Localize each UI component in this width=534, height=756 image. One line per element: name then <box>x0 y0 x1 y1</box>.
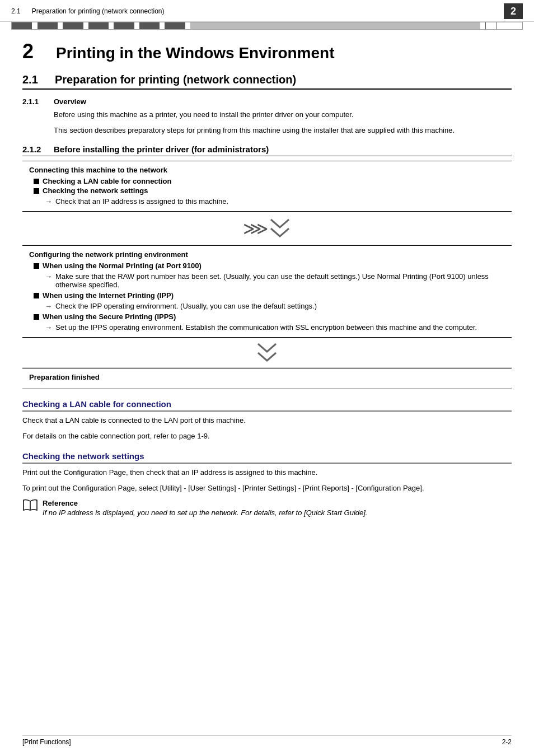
arrow-sym-1: → <box>45 197 52 206</box>
section-2-1-2-title: Before installing the printer driver (fo… <box>54 144 269 154</box>
bullet-ipps: When using the Secure Printing (IPPS) <box>34 312 505 321</box>
chapter-title: Printing in the Windows Environment <box>56 44 335 62</box>
box-finished-inner: Preparation finished <box>22 368 512 389</box>
chapter-badge: 2 <box>504 3 523 19</box>
box-finished: Preparation finished <box>22 368 512 389</box>
footer-right: 2-2 <box>502 738 512 746</box>
bullet-normal-print-text: When using the Normal Printing (at Port … <box>43 262 202 270</box>
box-finished-title: Preparation finished <box>29 373 505 381</box>
arrow-ipps: → Set up the IPPS operating environment.… <box>45 323 505 332</box>
box-configuring-list-2: When using the Internet Printing (IPP) <box>34 291 505 300</box>
header-section-num: 2.1 <box>11 7 21 15</box>
arrow-sym-4: → <box>45 323 52 332</box>
box-connecting-inner: Connecting this machine to the network C… <box>22 161 512 211</box>
box-configuring-inner: Configuring the network printing environ… <box>22 246 512 337</box>
subsection-2-1-1-num: 2.1.1 <box>22 97 46 106</box>
subsection-2-1-1-heading: 2.1.1 Overview <box>22 97 512 106</box>
section-2-1-heading: 2.1 Preparation for printing (network co… <box>22 73 512 90</box>
page-footer: [Print Functions] 2-2 <box>22 735 512 746</box>
reference-icon <box>22 499 38 513</box>
network-settings-heading: Checking the network settings <box>22 451 512 464</box>
main-content: 2 Printing in the Windows Environment 2.… <box>0 30 534 534</box>
down-arrow-2 <box>22 338 512 368</box>
reference-text: If no IP address is displayed, you need … <box>43 508 367 517</box>
stripe-bar <box>11 22 523 30</box>
footer-left: [Print Functions] <box>22 738 71 746</box>
down-arrow-1: ⋙ <box>22 212 512 245</box>
section-2-1-num: 2.1 <box>22 73 46 86</box>
overview-para2: This section describes preparatory steps… <box>54 125 512 136</box>
bullet-normal-print: When using the Normal Printing (at Port … <box>34 262 505 270</box>
section-2-1-title: Preparation for printing (network connec… <box>55 73 296 86</box>
bullet-lan-cable-text: Checking a LAN cable for connection <box>43 177 171 185</box>
header-section-title: Preparation for printing (network connec… <box>32 7 165 15</box>
chapter-heading: 2 Printing in the Windows Environment <box>22 40 512 63</box>
reference-content: Reference If no IP address is displayed,… <box>43 499 367 517</box>
reference-label: Reference <box>43 499 367 507</box>
reference-box: Reference If no IP address is displayed,… <box>22 499 512 517</box>
box-connecting: Connecting this machine to the network C… <box>22 161 512 212</box>
bullet-ipp: When using the Internet Printing (IPP) <box>34 291 505 300</box>
lan-cable-para2: For details on the cable connection port… <box>22 431 512 442</box>
bullet-lan-cable: Checking a LAN cable for connection <box>34 177 505 185</box>
section-2-1-2-heading: 2.1.2 Before installing the printer driv… <box>22 144 512 156</box>
bullet-network-settings: Checking the network settings <box>34 186 505 195</box>
arrow-ip-address: → Check that an IP address is assigned t… <box>45 197 505 206</box>
subsection-2-1-1-title: Overview <box>54 97 86 106</box>
arrow-sym-2: → <box>45 272 52 281</box>
chevron-double-down-icon-2 <box>256 343 278 363</box>
bullet-ipp-text: When using the Internet Printing (IPP) <box>43 291 174 300</box>
bullet-ipps-text: When using the Secure Printing (IPPS) <box>43 312 176 321</box>
page-header: 2.1 Preparation for printing (network co… <box>0 0 534 22</box>
page: 2.1 Preparation for printing (network co… <box>0 0 534 756</box>
box-configuring: Configuring the network printing environ… <box>22 245 512 338</box>
bullet-network-settings-text: Checking the network settings <box>43 186 148 195</box>
overview-para1: Before using this machine as a printer, … <box>54 109 512 120</box>
lan-cable-para1: Check that a LAN cable is connected to t… <box>22 415 512 426</box>
bullet-square-3 <box>34 263 39 269</box>
arrow-ip-text: Check that an IP address is assigned to … <box>55 197 228 206</box>
arrow-ipp: → Check the IPP operating environment. (… <box>45 302 505 310</box>
chapter-number: 2 <box>22 40 45 63</box>
stripe-bar-inner <box>11 22 523 30</box>
bullet-square-5 <box>34 314 39 320</box>
chevron-double-down-icon <box>269 218 291 239</box>
network-settings-para2: To print out the Configuration Page, sel… <box>22 483 512 494</box>
bullet-square-2 <box>34 188 39 194</box>
header-section-ref: 2.1 Preparation for printing (network co… <box>11 7 165 15</box>
box-connecting-title: Connecting this machine to the network <box>29 166 505 174</box>
arrow-ipp-text: Check the IPP operating environment. (Us… <box>55 302 317 310</box>
box-configuring-title: Configuring the network printing environ… <box>29 250 505 259</box>
bullet-square-1 <box>34 179 39 184</box>
arrow-ipps-text: Set up the IPPS operating environment. E… <box>55 323 477 332</box>
arrow-sym-3: → <box>45 302 52 310</box>
network-settings-para1: Print out the Configuration Page, then c… <box>22 467 512 478</box>
header-right: 2 <box>504 3 523 19</box>
bullet-square-4 <box>34 293 39 298</box>
box-configuring-list-3: When using the Secure Printing (IPPS) <box>34 312 505 321</box>
arrow-raw-port-text: Make sure that the RAW port number has b… <box>55 272 505 289</box>
arrow-raw-port: → Make sure that the RAW port number has… <box>45 272 505 289</box>
box-connecting-list: Checking a LAN cable for connection Chec… <box>34 177 505 195</box>
section-2-1-2-num: 2.1.2 <box>22 144 46 154</box>
box-configuring-list: When using the Normal Printing (at Port … <box>34 262 505 270</box>
book-icon <box>22 499 38 511</box>
lan-cable-heading: Checking a LAN cable for connection <box>22 399 512 412</box>
